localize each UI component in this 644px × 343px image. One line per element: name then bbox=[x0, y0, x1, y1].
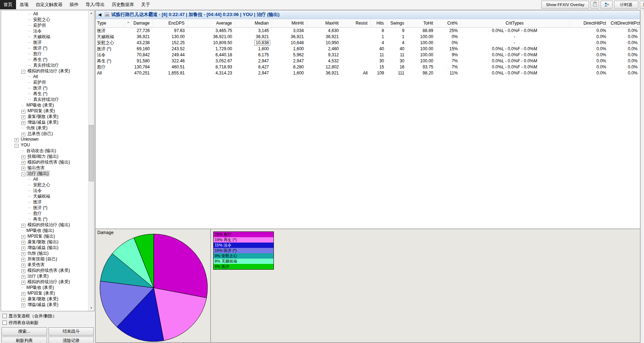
scroll-up-icon[interactable]: ▲ bbox=[88, 10, 94, 16]
table-row[interactable]: 天赐祝福36,921130.0036,921.0036,92136,92136,… bbox=[96, 34, 640, 40]
expand-icon[interactable]: + bbox=[21, 167, 25, 171]
expand-icon[interactable]: + bbox=[21, 258, 25, 262]
expand-icon[interactable]: + bbox=[21, 252, 25, 256]
scroll-down-icon[interactable]: ▼ bbox=[88, 305, 94, 311]
checkbox-icon[interactable] bbox=[2, 321, 7, 325]
menu-item-2[interactable]: 选项 bbox=[16, 0, 32, 9]
column-header-encdps[interactable]: EncDPS bbox=[153, 19, 188, 27]
tree-item[interactable]: 医济 (*) bbox=[1, 205, 88, 211]
end-encounter-button[interactable]: 结束战斗 bbox=[48, 327, 94, 336]
tree-item[interactable]: +承受伤害 bbox=[1, 262, 88, 267]
expand-icon[interactable]: + bbox=[21, 269, 25, 273]
tree-item[interactable]: 医济 bbox=[1, 199, 88, 205]
column-header-swings[interactable]: Swings bbox=[387, 19, 407, 27]
expand-icon[interactable]: + bbox=[21, 281, 25, 285]
tree-item[interactable]: MP吸收 (承受) bbox=[1, 285, 88, 290]
tree-item[interactable]: 再生 (*) bbox=[1, 57, 88, 62]
tree-item[interactable]: 再生 (*) bbox=[1, 91, 88, 97]
table-row[interactable]: 医济 (*)69,160243.521,729.001,6001,6002,46… bbox=[96, 46, 640, 52]
tree-item[interactable]: +仇恨 (输出) bbox=[1, 250, 88, 256]
tree-item[interactable]: +模拟的持续伤害 (输出) bbox=[1, 159, 88, 165]
tree-item[interactable]: 庇护所 bbox=[1, 22, 88, 28]
expand-icon[interactable]: + bbox=[15, 138, 19, 142]
tree-item[interactable]: +模拟的持续伤害 (承受) bbox=[1, 267, 88, 273]
tree-item[interactable]: MP吸收 (输出) bbox=[1, 228, 88, 233]
expand-icon[interactable]: + bbox=[21, 121, 25, 125]
tree-item[interactable]: 医济 bbox=[1, 40, 88, 45]
timers-button[interactable]: 计时器 bbox=[614, 1, 638, 9]
table-row[interactable]: 愈疗130,784460.518,718.938,4278,28012,8021… bbox=[96, 64, 640, 70]
tree-item[interactable]: 真实持续治疗 bbox=[1, 97, 88, 102]
menu-item-3[interactable]: 自定义触发器 bbox=[32, 0, 66, 9]
tree-item[interactable]: 安慰之心 bbox=[1, 182, 88, 188]
column-header-crit[interactable]: Crit% bbox=[436, 19, 461, 27]
clear-records-button[interactable]: 清除记录 bbox=[48, 337, 94, 343]
tree-item[interactable]: 法令 bbox=[1, 28, 88, 34]
disable-autorefresh-option[interactable]: 停用表自动刷新 bbox=[2, 320, 39, 326]
tree-item[interactable]: 愈疗 bbox=[1, 211, 88, 216]
table-row[interactable]: 再生 (*)91,580322.463,052.672,9472,9474,53… bbox=[96, 58, 640, 64]
tree-item[interactable]: 安慰之心 bbox=[1, 17, 88, 22]
column-header-minhit[interactable]: MinHit bbox=[272, 19, 307, 27]
tree-item[interactable]: +模拟的持续治疗 (承受) bbox=[1, 279, 88, 285]
tree-item[interactable]: +Unknown bbox=[1, 136, 88, 142]
tree-item[interactable]: +所有技能 (自己) bbox=[1, 256, 88, 262]
table-row[interactable]: All470,2511,655.814,314.232,9471,60036,9… bbox=[96, 70, 640, 76]
tree-item[interactable]: 医济 (*) bbox=[1, 45, 88, 51]
expand-icon[interactable]: + bbox=[21, 246, 25, 250]
tree-item[interactable]: 庇护所 bbox=[1, 79, 88, 85]
tree-item[interactable]: +增益/减益 (承受) bbox=[1, 119, 88, 125]
expand-icon[interactable]: + bbox=[21, 275, 25, 279]
search-button[interactable]: 搜索... bbox=[1, 327, 47, 336]
tree-item[interactable]: 天赐祝福 bbox=[1, 193, 88, 199]
expand-icon[interactable]: + bbox=[21, 155, 25, 159]
menu-item-6[interactable]: 历史数据库 bbox=[108, 0, 138, 9]
column-header-directhitpct[interactable]: DirectHitPct bbox=[570, 19, 609, 27]
column-header-damage[interactable]: ^Damage bbox=[124, 19, 153, 27]
tree-item[interactable]: −模拟的持续治疗 (承受) bbox=[1, 68, 88, 74]
show-ffxiv-overlay-button[interactable]: Show FFXIV Overlay bbox=[541, 1, 589, 9]
tree-item[interactable]: 愈疗 bbox=[1, 51, 88, 57]
tree-item[interactable]: 真实持续治疗 bbox=[1, 62, 88, 68]
menu-item-5[interactable]: 导入/导出 bbox=[82, 0, 108, 9]
expand-icon[interactable]: + bbox=[21, 224, 25, 228]
tree-item[interactable]: +康复/驱散 (承受) bbox=[1, 114, 88, 119]
expand-icon[interactable]: + bbox=[21, 241, 25, 245]
column-header-critdirecthitpct[interactable]: CritDirectHitPct bbox=[609, 19, 640, 27]
mini-parse-button[interactable]: 迷 bbox=[640, 1, 644, 9]
menu-item-4[interactable]: 插件 bbox=[66, 0, 82, 9]
tree-item[interactable]: All bbox=[1, 176, 88, 182]
tree-item[interactable]: 医济 (*) bbox=[1, 85, 88, 91]
tree-item[interactable]: −YOU bbox=[1, 142, 88, 148]
collapse-icon[interactable]: − bbox=[21, 70, 25, 74]
column-header-hits[interactable]: Hits bbox=[370, 19, 387, 27]
refresh-list-button[interactable]: 刷新列表 bbox=[1, 337, 47, 343]
table-row[interactable]: 法令70,842249.446,440.186,1755,9629,312111… bbox=[96, 52, 640, 58]
collapse-icon[interactable]: − bbox=[15, 144, 19, 148]
tree-item[interactable]: +治疗 (承受) bbox=[1, 273, 88, 279]
expand-icon[interactable]: + bbox=[21, 264, 25, 267]
tree-item[interactable]: +MP回复 (承受) bbox=[1, 290, 88, 296]
tree-item[interactable]: 自动攻击 (输出) bbox=[1, 148, 88, 154]
column-header-median[interactable]: Median bbox=[235, 19, 272, 27]
tree-item[interactable]: +增益/减益 (承受) bbox=[1, 302, 88, 307]
tree-item[interactable]: All bbox=[1, 11, 88, 17]
tree-item[interactable]: 再生 (*) bbox=[1, 216, 88, 222]
back-button[interactable]: ◀ bbox=[98, 10, 101, 19]
expand-icon[interactable]: + bbox=[21, 298, 25, 302]
expand-icon[interactable]: + bbox=[21, 132, 25, 136]
expand-icon[interactable]: + bbox=[21, 235, 25, 239]
tree-item[interactable]: +MP回复 (输出) bbox=[1, 233, 88, 239]
tree-scrollbar[interactable]: ▲ ▼ bbox=[88, 10, 94, 311]
tree-item[interactable]: +技能/能力 (输出) bbox=[1, 154, 88, 159]
scrollbar-thumb[interactable] bbox=[89, 125, 94, 181]
column-header-tohit[interactable]: ToHit bbox=[407, 19, 436, 27]
tree-item[interactable]: −治疗 (输出) bbox=[1, 171, 88, 176]
column-header-maxhit[interactable]: MaxHit bbox=[307, 19, 342, 27]
tree-item[interactable]: +模拟的持续治疗 (输出) bbox=[1, 222, 88, 228]
tree-item[interactable]: +输出伤害 bbox=[1, 165, 88, 171]
tree-item[interactable]: All bbox=[1, 74, 88, 79]
collapse-icon[interactable]: − bbox=[21, 172, 25, 176]
tree-item[interactable]: +总承伤 (自己) bbox=[1, 131, 88, 136]
column-header-type[interactable]: Type bbox=[96, 19, 124, 27]
